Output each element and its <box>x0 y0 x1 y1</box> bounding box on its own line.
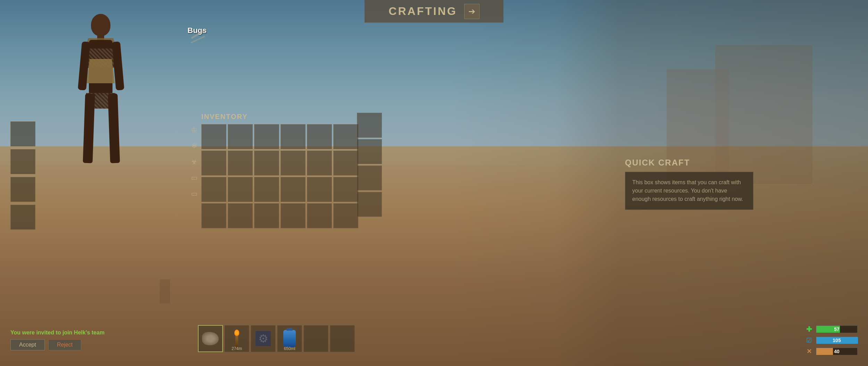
inv-extra-column <box>357 113 382 217</box>
equipment-slots <box>10 121 35 230</box>
inv-slot-1-4[interactable] <box>281 124 306 149</box>
quick-craft-panel: QUICK CRAFT This box shows items that yo… <box>625 158 753 210</box>
hotbar-slot-5[interactable] <box>303 325 328 352</box>
exit-icon: ➔ <box>468 7 475 16</box>
food-row: ✕ 40 <box>805 347 858 356</box>
inv-slot-2-1[interactable] <box>201 151 226 176</box>
health-value: 57 <box>816 325 858 333</box>
torch-label: 274m <box>225 346 249 351</box>
inv-slot-4-5[interactable] <box>307 203 332 228</box>
food-icon: ✕ <box>805 347 813 356</box>
invite-message: You were invited to join Helk's team <box>10 330 105 336</box>
water-value: 105 <box>816 337 858 344</box>
health-bar-container: 57 <box>816 325 858 333</box>
body-equipment-slots: ♔ ❄ ☣ ▭ ▭ <box>187 123 201 200</box>
char-cloth <box>87 59 115 83</box>
body-slot-misc1: ▭ <box>187 171 201 184</box>
body-slot-radiation: ☣ <box>187 155 201 168</box>
health-row: ✚ 57 <box>805 325 858 333</box>
char-right-leg <box>108 94 120 163</box>
hotbar-slot-gear[interactable]: ⚙ <box>251 325 276 352</box>
quick-craft-description: This box shows items that you can craft … <box>632 178 746 203</box>
inv-slot-1-5[interactable] <box>307 124 332 149</box>
character-body <box>76 14 125 198</box>
crafting-exit-button[interactable]: ➔ <box>464 4 479 19</box>
bottle-label: 650ml <box>277 346 302 351</box>
hud-stats: ✚ 57 ☑ 105 ✕ 40 <box>805 325 858 356</box>
torch-stick <box>235 336 238 348</box>
inv-slot-4-2[interactable] <box>228 203 253 228</box>
hotbar-slot-rock[interactable] <box>198 325 223 352</box>
crafting-title: CRAFTING <box>389 5 457 18</box>
character-area <box>0 0 194 366</box>
water-bar-container: 105 <box>816 337 858 344</box>
torch-icon <box>234 330 239 348</box>
inv-slot-1-6[interactable] <box>333 124 358 149</box>
accept-button[interactable]: Accept <box>10 339 45 350</box>
bottle-icon <box>283 330 296 347</box>
food-value: 40 <box>816 348 858 355</box>
bottle-cap <box>286 328 293 331</box>
inv-slot-1-1[interactable] <box>201 124 226 149</box>
inv-slot-4-6[interactable] <box>333 203 358 228</box>
hotbar-slot-torch[interactable]: 274m <box>224 325 249 352</box>
torch-flame <box>234 330 239 336</box>
inv-extra-slot-1[interactable] <box>357 113 382 138</box>
water-row: ☑ 105 <box>805 336 858 344</box>
team-invite-notification: You were invited to join Helk's team Acc… <box>10 330 105 350</box>
inv-extra-slot-4[interactable] <box>357 192 382 217</box>
inv-extra-slot-3[interactable] <box>357 165 382 190</box>
equip-slot-3[interactable] <box>10 177 35 202</box>
invite-buttons: Accept Reject <box>10 339 105 350</box>
equip-slot-4[interactable] <box>10 205 35 230</box>
inv-slot-3-3[interactable] <box>254 177 279 202</box>
inv-slot-2-6[interactable] <box>333 151 358 176</box>
inv-slot-3-4[interactable] <box>281 177 306 202</box>
quick-craft-box: This box shows items that you can craft … <box>625 172 753 210</box>
inv-slot-3-1[interactable] <box>201 177 226 202</box>
inv-slot-3-6[interactable] <box>333 177 358 202</box>
equip-slot-1[interactable] <box>10 121 35 146</box>
rock-icon <box>202 332 219 345</box>
inv-slot-3-5[interactable] <box>307 177 332 202</box>
inv-slot-2-4[interactable] <box>281 151 306 176</box>
health-icon: ✚ <box>805 325 813 333</box>
inv-slot-1-3[interactable] <box>254 124 279 149</box>
inv-slot-3-2[interactable] <box>228 177 253 202</box>
food-bar-container: 40 <box>816 348 858 355</box>
body-slot-head: ♔ <box>187 123 201 136</box>
equip-slot-2[interactable] <box>10 149 35 174</box>
water-icon: ☑ <box>805 336 813 344</box>
character-figure <box>76 14 125 198</box>
gear-icon: ⚙ <box>256 331 271 346</box>
quick-craft-title: QUICK CRAFT <box>625 158 753 168</box>
hotbar-slot-6[interactable] <box>330 325 355 352</box>
hotbar-slot-bottle[interactable]: 650ml <box>277 325 302 352</box>
inv-slot-2-2[interactable] <box>228 151 253 176</box>
bottom-item-slots: 274m ⚙ 650ml <box>198 325 355 352</box>
inv-slot-4-1[interactable] <box>201 203 226 228</box>
crafting-header: CRAFTING ➔ <box>365 0 503 23</box>
inv-slot-1-2[interactable] <box>228 124 253 149</box>
weapon-icons <box>190 33 208 40</box>
char-left-leg <box>83 94 95 163</box>
char-head <box>91 14 110 36</box>
reject-button[interactable]: Reject <box>48 339 81 350</box>
inv-slot-2-3[interactable] <box>254 151 279 176</box>
body-slot-cold: ❄ <box>187 139 201 152</box>
inv-slot-4-3[interactable] <box>254 203 279 228</box>
inv-extra-slot-2[interactable] <box>357 139 382 164</box>
inv-slot-4-4[interactable] <box>281 203 306 228</box>
body-slot-misc2: ▭ <box>187 187 201 200</box>
inv-slot-2-5[interactable] <box>307 151 332 176</box>
